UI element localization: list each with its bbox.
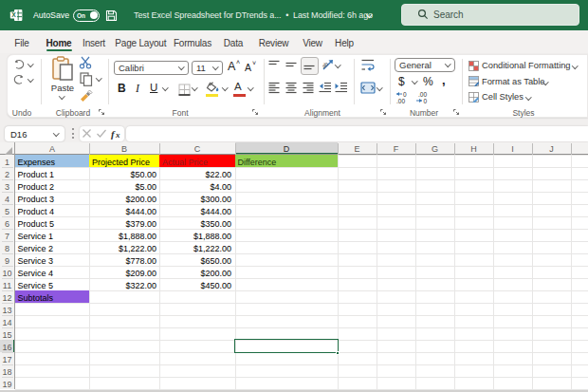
svg-text:0: 0	[424, 98, 428, 104]
svg-text:.00: .00	[396, 98, 405, 104]
svg-text:X: X	[11, 11, 16, 18]
svg-text:ab: ab	[322, 61, 330, 69]
